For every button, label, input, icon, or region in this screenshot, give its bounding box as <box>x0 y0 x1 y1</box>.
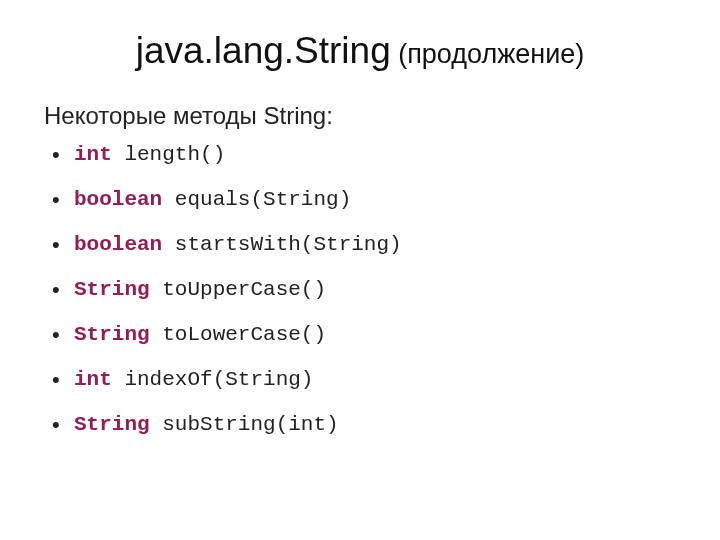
method-signature: subString(int) <box>150 413 339 436</box>
keyword: String <box>74 413 150 436</box>
list-item: int indexOf(String) <box>52 369 680 390</box>
list-item: boolean startsWith(String) <box>52 234 680 255</box>
method-signature: toLowerCase() <box>150 323 326 346</box>
title-main: java.lang.String <box>136 30 391 71</box>
title-sub: (продолжение) <box>391 39 585 69</box>
keyword: boolean <box>74 188 162 211</box>
list-item: boolean equals(String) <box>52 189 680 210</box>
keyword: int <box>74 368 112 391</box>
page-title: java.lang.String (продолжение) <box>40 30 680 72</box>
list-item: String toUpperCase() <box>52 279 680 300</box>
method-signature: indexOf(String) <box>112 368 314 391</box>
keyword: String <box>74 278 150 301</box>
method-signature: length() <box>112 143 225 166</box>
list-item: String subString(int) <box>52 414 680 435</box>
subtitle: Некоторые методы String: <box>40 102 680 130</box>
method-signature: equals(String) <box>162 188 351 211</box>
keyword: String <box>74 323 150 346</box>
method-signature: startsWith(String) <box>162 233 401 256</box>
list-item: String toLowerCase() <box>52 324 680 345</box>
list-item: int length() <box>52 144 680 165</box>
slide: java.lang.String (продолжение) Некоторые… <box>0 0 720 540</box>
method-list: int length() boolean equals(String) bool… <box>40 144 680 435</box>
keyword: boolean <box>74 233 162 256</box>
keyword: int <box>74 143 112 166</box>
method-signature: toUpperCase() <box>150 278 326 301</box>
